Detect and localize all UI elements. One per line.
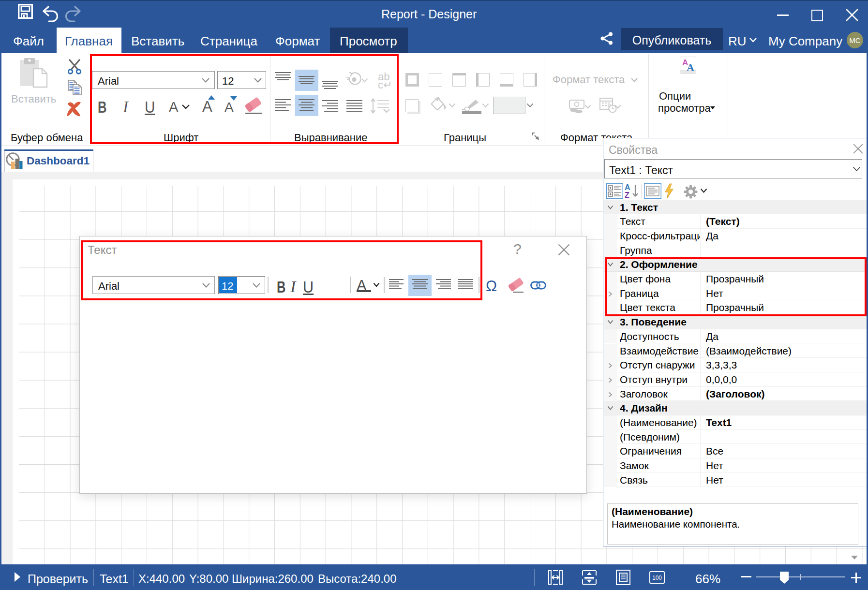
svg-text:Z: Z bbox=[625, 191, 629, 199]
svg-text:A: A bbox=[625, 183, 630, 192]
svg-text:100: 100 bbox=[652, 575, 662, 581]
